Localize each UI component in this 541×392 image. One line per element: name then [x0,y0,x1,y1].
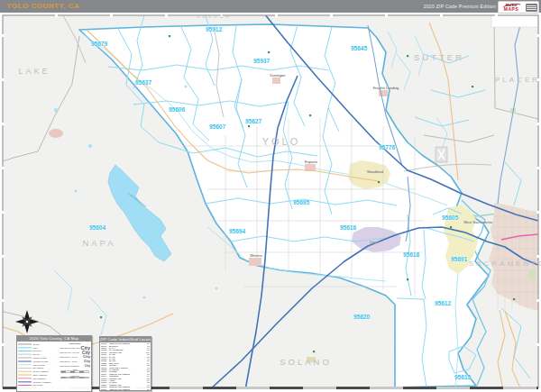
airport-icon [436,147,447,162]
legend-sample-swatch [18,357,32,358]
legend-item-label: State Highways [33,374,48,377]
grid-ticks-right [536,15,539,387]
legend-sample-swatch [18,343,32,344]
place-size-label: Cities 50,000 - 99,999 [60,355,78,358]
legend-sample-swatch [18,371,32,372]
legend-item-label: Minor Roads [33,363,45,366]
legend-item-label: Toll Roads [33,384,43,387]
map-page: COLUSA LAKE SUTTER PLACER YOLO NAPA SACR… [0,0,541,392]
legend-item-label: Interstate Roads [33,360,49,363]
map-title: YOLO COUNTY, CA [6,2,79,10]
place-size-sample: City [83,354,90,359]
legend-item-label: Primary Roads [33,357,47,360]
legend-item-label: Exit Ramps [33,367,44,369]
map-canvas [0,0,541,392]
logo-side-box [526,4,537,12]
grid-ticks-top [3,14,538,17]
legend-item-label: Streets [33,353,40,356]
legend-line-samples: County Lake ZIP Code Streets [18,342,58,391]
place-size-sample: City [84,359,90,363]
legend-sample-swatch [18,374,32,375]
miles-scale-bar [61,371,89,373]
zip-index-grid: G7 [145,388,150,390]
marketmaps-logo: Market MAPS [498,1,539,14]
legend-panel: 2020 Yolo County, CA Map County Lake [16,335,92,392]
legend-sample-swatch [18,378,32,378]
zip-index-row: 95799 WEST SACRAMENTO G7 [101,388,150,390]
legend-item-label: Lake [33,346,38,349]
scale-bars: Miles Kilometers [60,369,90,378]
legend-item-label: County [33,343,40,346]
title-bar: YOLO COUNTY, CA 2020 ZIP Code Premium Ed… [0,0,541,13]
zip-index-zip: 95799 [101,388,109,390]
edition-label: 2020 ZIP Code Premium Edition [424,4,496,9]
zip-index-panel: ZIP Code Index/Grid Locator 95605 WEST S… [99,336,151,391]
legend-sample-swatch [18,364,32,365]
zip-index-city: WEST SACRAMENTO [109,388,145,390]
legend-item-label: ZIP Code [33,350,41,352]
legend-sample-swatch [18,368,32,369]
legend-sample-swatch [18,385,32,386]
legend-sample-swatch [18,351,32,351]
legend-sample-swatch [18,347,32,348]
legend-sample-swatch [18,381,32,382]
legend-item-label: County Highways [33,370,50,373]
legend-item-label: Interstate Highways [33,380,51,383]
legend-item: Toll Roads [18,384,58,387]
legend-sample-swatch [18,360,32,361]
place-size-row: Cities 25,000 and Below City [60,363,90,368]
legend-place-sizes: Place Sizes Cities 250,000 and Above Cit… [60,342,90,391]
place-size-label: Cities 25,000 - 49,999 [60,360,78,362]
place-size-sample: City [85,364,90,368]
grid-ticks-left [2,15,5,387]
place-size-label: Cities 250,000 and Above [60,346,80,349]
place-size-label: Cities 100,000 - 249,999 [60,351,79,353]
place-size-label: Cities 25,000 and Below [60,364,79,367]
legend-item-label: US Highways [33,378,46,380]
legend-sample-swatch [18,354,32,355]
zip-index-list: 95605 WEST SACRAMENTO G6 95606 BROOKS C3… [100,342,151,390]
km-scale-bar [61,377,89,378]
